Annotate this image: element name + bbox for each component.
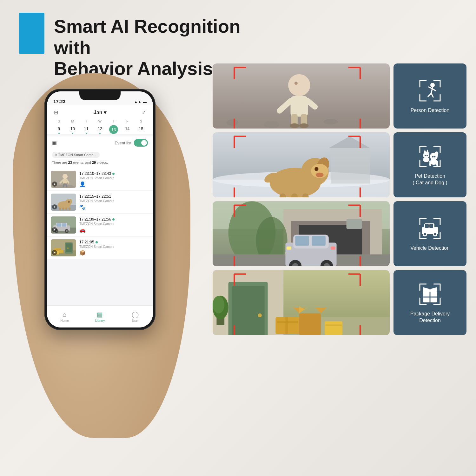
video-item-4[interactable]: 17:21:05 TMEZON Smart Camera 📦 [47, 237, 153, 259]
events-count: 23 [68, 161, 72, 164]
phone-screen: 17:23 ▲▲ ▬ ⊟ Jan ▾ ✓ S M [47, 91, 153, 327]
play-button-1[interactable] [52, 182, 57, 187]
nav-library[interactable]: ▤ Library [82, 306, 117, 327]
day-label-f: F [121, 119, 134, 124]
feature-row-person: Person Detection [213, 63, 466, 129]
svg-rect-14 [59, 208, 61, 210]
video-type-icon-2: 🐾 [79, 204, 149, 210]
online-dot-4 [96, 241, 98, 243]
person-photo [213, 63, 390, 129]
svg-rect-76 [331, 148, 370, 184]
vehicle-detection-info: Vehicle Detection [393, 201, 466, 266]
event-list-label: Event list [115, 141, 131, 145]
event-list-toggle[interactable] [134, 139, 148, 147]
calendar-month[interactable]: Jan ▾ [94, 109, 106, 116]
svg-rect-43 [291, 96, 308, 116]
package-detection-icon [417, 281, 443, 307]
svg-rect-115 [429, 163, 431, 166]
phone-frame: 17:23 ▲▲ ▬ ⊟ Jan ▾ ✓ S M [44, 89, 155, 330]
svg-rect-31 [66, 243, 72, 252]
vehicle-photo [213, 201, 390, 266]
cal-day-11[interactable]: 11 [79, 125, 93, 134]
video-camera-2: TMEZON Smart Camera [79, 199, 149, 203]
phone-notch [79, 91, 121, 100]
svg-point-158 [424, 233, 426, 235]
day-label-w: W [93, 119, 107, 124]
play-button-4[interactable] [52, 250, 57, 255]
feature-row-package: Package DeliveryDetection [213, 270, 466, 335]
svg-rect-16 [65, 208, 67, 210]
svg-rect-165 [232, 286, 265, 335]
pet-detection-icon [417, 144, 443, 169]
svg-rect-23 [62, 223, 66, 227]
cal-day-14[interactable]: 14 [121, 125, 134, 134]
home-icon: ⌂ [63, 311, 67, 318]
svg-point-83 [316, 173, 324, 177]
person-detection-label: Person Detection [411, 107, 450, 114]
svg-rect-174 [325, 321, 342, 335]
cal-day-12[interactable]: 12 [93, 125, 107, 134]
svg-line-6 [63, 184, 64, 187]
day-label-s2: S [134, 119, 148, 124]
online-dot-1 [112, 173, 115, 175]
nav-user[interactable]: ◯ User [118, 306, 153, 327]
svg-line-72 [433, 89, 436, 91]
svg-point-117 [423, 157, 429, 162]
svg-rect-135 [331, 247, 335, 250]
features-panel: Person Detection [213, 63, 466, 339]
video-item-3[interactable]: 17:21:39–17:21:56 TMEZON Smart Camera 🚗 [47, 214, 153, 236]
svg-rect-136 [347, 219, 362, 229]
video-type-icon-4: 📦 [79, 250, 149, 256]
svg-rect-128 [295, 236, 309, 246]
day-label-t1: T [79, 119, 93, 124]
video-camera-3: TMEZON Smart Camera [79, 222, 149, 226]
video-info-2: 17:22:15–17:22:51 TMEZON Smart Camera 🐾 [79, 194, 149, 210]
svg-rect-175 [326, 324, 342, 326]
video-type-icon-3: 🚗 [79, 227, 149, 233]
play-button-3[interactable] [52, 227, 57, 232]
svg-rect-116 [436, 163, 438, 166]
feature-row-vehicle: Vehicle Detection [213, 201, 466, 266]
svg-rect-173 [299, 314, 321, 335]
package-detection-label: Package DeliveryDetection [410, 311, 450, 324]
video-camera-4: TMEZON Smart Camera [79, 245, 149, 248]
svg-rect-134 [287, 247, 291, 250]
video-time-4: 17:21:05 [79, 240, 149, 244]
svg-point-82 [314, 167, 318, 171]
svg-rect-3 [63, 179, 67, 184]
svg-point-27 [66, 230, 68, 232]
check-icon[interactable]: ✓ [140, 109, 148, 116]
svg-rect-129 [312, 236, 325, 246]
svg-point-39 [226, 119, 238, 126]
pet-detection-label: Pet Detection( Cat and Dog ) [413, 173, 447, 186]
video-thumb-2 [51, 194, 76, 211]
filter-icon[interactable]: ⊟ [52, 109, 60, 116]
cal-day-13-today[interactable]: 13 [109, 125, 118, 134]
cal-day-15[interactable]: 15 [134, 125, 148, 134]
package-photo [213, 270, 390, 335]
svg-rect-172 [285, 317, 288, 334]
cal-day-9[interactable]: 9 [52, 125, 66, 134]
battery-icon: ▬ [143, 100, 147, 104]
blue-accent-decoration [19, 13, 44, 54]
nav-library-label: Library [95, 319, 105, 322]
feature-row-pet: Pet Detection( Cat and Dog ) [213, 132, 466, 197]
video-type-icon-1: 👤 [79, 181, 149, 187]
video-icon-btn[interactable]: ▣ [52, 140, 57, 146]
svg-rect-155 [425, 224, 429, 228]
svg-point-13 [68, 201, 70, 203]
svg-point-32 [67, 248, 69, 249]
video-item-2[interactable]: 17:22:15–17:22:51 TMEZON Smart Camera 🐾 [47, 191, 153, 213]
package-detection-info: Package DeliveryDetection [393, 270, 466, 335]
svg-point-67 [430, 83, 435, 87]
video-list: 17:23:10–17:23:43 TMEZON Smart Camera 👤 [47, 168, 153, 260]
svg-point-50 [294, 82, 298, 85]
nav-home[interactable]: ⌂ Home [47, 306, 82, 327]
video-info-1: 17:23:10–17:23:43 TMEZON Smart Camera 👤 [79, 171, 149, 187]
cal-day-10[interactable]: 10 [66, 125, 79, 134]
events-summary: There are 23 events, and 29 videos. [47, 159, 153, 167]
play-button-2[interactable] [52, 204, 57, 209]
pet-detection-info: Pet Detection( Cat and Dog ) [393, 132, 466, 197]
video-item-1[interactable]: 17:23:10–17:23:43 TMEZON Smart Camera 👤 [47, 168, 153, 190]
camera-filter-tag[interactable]: × TMEZON Smart Came... [52, 152, 100, 158]
